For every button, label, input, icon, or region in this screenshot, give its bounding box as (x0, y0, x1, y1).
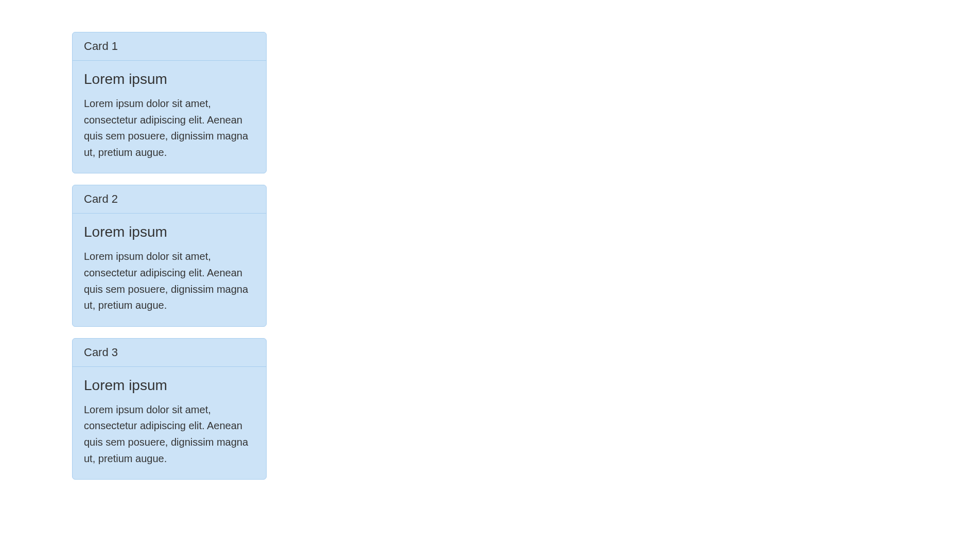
card-body: Lorem ipsum Lorem ipsum dolor sit amet, … (73, 367, 266, 479)
card-header: Card 1 (73, 32, 266, 61)
card-header: Card 2 (73, 185, 266, 214)
card-title: Lorem ipsum (84, 377, 255, 394)
card-text: Lorem ipsum dolor sit amet, consectetur … (84, 96, 255, 161)
card-2: Card 2 Lorem ipsum Lorem ipsum dolor sit… (72, 185, 267, 326)
card-container: Card 1 Lorem ipsum Lorem ipsum dolor sit… (72, 32, 908, 480)
card-text: Lorem ipsum dolor sit amet, consectetur … (84, 402, 255, 467)
card-3: Card 3 Lorem ipsum Lorem ipsum dolor sit… (72, 338, 267, 480)
card-text: Lorem ipsum dolor sit amet, consectetur … (84, 249, 255, 313)
card-body: Lorem ipsum Lorem ipsum dolor sit amet, … (73, 214, 266, 326)
card-title: Lorem ipsum (84, 71, 255, 87)
card-1: Card 1 Lorem ipsum Lorem ipsum dolor sit… (72, 32, 267, 173)
card-body: Lorem ipsum Lorem ipsum dolor sit amet, … (73, 61, 266, 173)
card-header: Card 3 (73, 339, 266, 367)
card-title: Lorem ipsum (84, 224, 255, 240)
